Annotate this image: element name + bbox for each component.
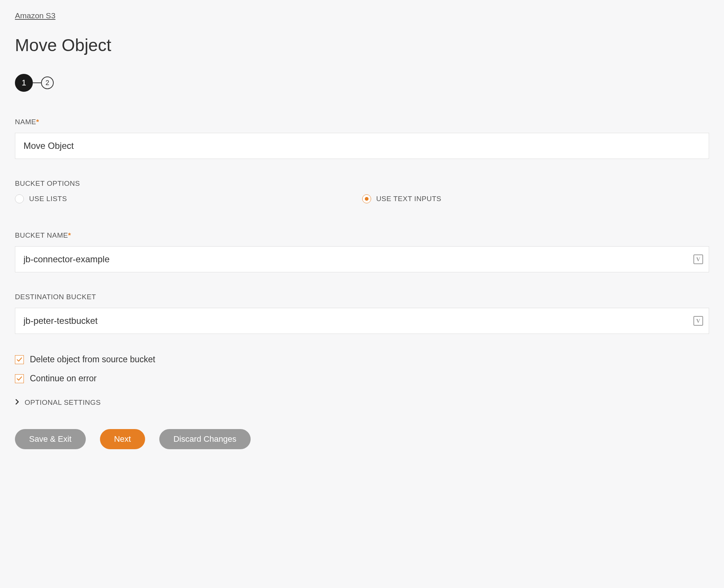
stepper: 1 2 — [15, 74, 709, 92]
name-label: NAME* — [15, 118, 709, 126]
radio-use-lists-label: USE LISTS — [29, 195, 67, 203]
destination-bucket-input[interactable] — [15, 308, 709, 334]
discard-changes-button[interactable]: Discard Changes — [159, 429, 251, 449]
bucket-name-label: BUCKET NAME* — [15, 231, 709, 240]
breadcrumb-link[interactable]: Amazon S3 — [15, 11, 56, 20]
checkbox-continue-on-error-label: Continue on error — [30, 373, 97, 384]
chevron-right-icon — [15, 399, 19, 407]
radio-icon — [15, 194, 24, 203]
check-icon — [16, 376, 22, 382]
check-icon — [16, 357, 22, 363]
step-1[interactable]: 1 — [15, 74, 33, 92]
variable-icon[interactable]: V — [693, 316, 703, 326]
next-button[interactable]: Next — [100, 429, 145, 449]
radio-use-text-inputs[interactable]: USE TEXT INPUTS — [362, 194, 709, 203]
variable-icon[interactable]: V — [693, 254, 703, 264]
page-title: Move Object — [15, 35, 709, 55]
radio-use-lists[interactable]: USE LISTS — [15, 194, 362, 203]
save-exit-button[interactable]: Save & Exit — [15, 429, 86, 449]
step-2[interactable]: 2 — [41, 76, 54, 89]
checkbox-continue-on-error[interactable]: Continue on error — [15, 373, 709, 384]
checkbox-delete-source[interactable]: Delete object from source bucket — [15, 354, 709, 365]
radio-use-text-inputs-label: USE TEXT INPUTS — [376, 195, 442, 203]
step-connector — [33, 82, 41, 83]
bucket-options-label: BUCKET OPTIONS — [15, 179, 709, 188]
bucket-name-label-text: BUCKET NAME — [15, 231, 68, 239]
required-asterisk: * — [36, 118, 39, 126]
checkbox-icon — [15, 374, 24, 383]
name-input[interactable] — [15, 133, 709, 159]
bucket-name-input[interactable] — [15, 246, 709, 272]
required-asterisk: * — [68, 231, 71, 239]
optional-settings-label: OPTIONAL SETTINGS — [25, 398, 101, 407]
radio-dot-icon — [365, 197, 369, 201]
radio-icon-selected — [362, 194, 371, 203]
destination-bucket-label: DESTINATION BUCKET — [15, 293, 709, 301]
name-label-text: NAME — [15, 118, 36, 126]
checkbox-icon — [15, 355, 24, 364]
optional-settings-expander[interactable]: OPTIONAL SETTINGS — [15, 398, 709, 407]
checkbox-delete-source-label: Delete object from source bucket — [30, 354, 155, 365]
